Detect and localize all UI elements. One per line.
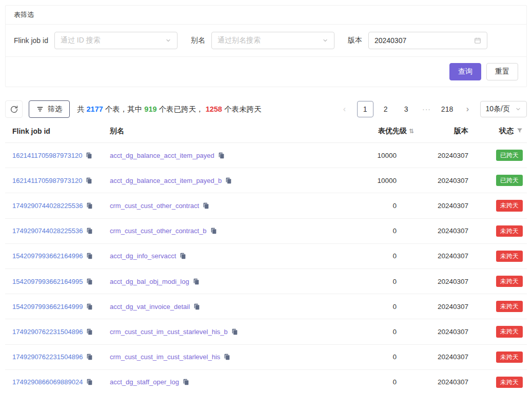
alias-link[interactable]: acct_dg_balance_acct_item_payed — [110, 152, 214, 159]
copy-icon[interactable] — [86, 328, 93, 335]
page-1[interactable]: 1 — [357, 101, 373, 117]
table-row: 1542097993662164995 acct_dg_bal_obj_modi… — [5, 268, 527, 294]
column-filter-icon[interactable] — [517, 128, 523, 134]
refresh-button[interactable] — [5, 100, 23, 118]
alias-cell: crm_cust_cust_im_cust_starlevel_his_b — [106, 319, 357, 344]
status-badge: 未跨天 — [496, 377, 523, 388]
alias-link[interactable]: crm_cust_cust_im_cust_starlevel_his — [110, 353, 220, 361]
alias-link[interactable]: acct_dg_balance_acct_item_payed_b — [110, 177, 222, 184]
version-cell: 20240307 — [418, 369, 472, 393]
table-row: 1621411705987973120 acct_dg_balance_acct… — [5, 168, 527, 193]
copy-icon[interactable] — [225, 177, 232, 184]
version-cell: 20240307 — [418, 143, 472, 168]
alias-label: 别名 — [191, 36, 205, 45]
copy-icon[interactable] — [86, 379, 93, 385]
job-id-cell: 1542097993662164995 — [5, 268, 106, 294]
job-id-link[interactable]: 1749290744028225536 — [12, 227, 83, 235]
alias-link[interactable]: acct_dg_staff_oper_log — [110, 378, 179, 386]
next-page-button[interactable]: › — [460, 101, 476, 117]
copy-icon[interactable] — [203, 202, 209, 209]
copy-icon[interactable] — [231, 328, 238, 335]
table-row: 1749290762231504896 crm_cust_cust_im_cus… — [5, 344, 527, 369]
alias-link[interactable]: crm_cust_cust_im_cust_starlevel_his_b — [110, 328, 228, 336]
priority-cell: 0 — [357, 319, 418, 344]
calendar-icon — [474, 37, 481, 44]
prev-page-button[interactable]: ‹ — [337, 101, 353, 117]
copy-icon[interactable] — [86, 152, 92, 159]
copy-icon[interactable] — [86, 177, 92, 184]
table-row: 1542097993662164996 acct_dg_info_servacc… — [5, 243, 527, 268]
version-cell: 20240307 — [418, 218, 472, 243]
copy-icon[interactable] — [86, 303, 93, 310]
copy-icon[interactable] — [86, 354, 93, 360]
copy-icon[interactable] — [183, 379, 189, 385]
version-label: 版本 — [348, 36, 362, 45]
page-ellipsis[interactable]: ··· — [419, 101, 435, 117]
filter-toggle-button[interactable]: 筛选 — [29, 100, 70, 118]
crossed-count: 919 — [144, 105, 156, 113]
alias-cell: acct_dg_bal_obj_modi_log — [106, 268, 357, 294]
alias-link[interactable]: acct_dg_info_servacct — [110, 252, 176, 260]
job-id-link[interactable]: 1542097993662164999 — [12, 303, 83, 311]
table-header-row: Flink job id 别名 表优先级⇅ 版本 状态 — [5, 120, 527, 143]
copy-icon[interactable] — [224, 354, 230, 360]
filter-card-title: 表筛选 — [14, 11, 34, 18]
reset-button[interactable]: 重置 — [486, 63, 518, 80]
alias-link[interactable]: acct_dg_vat_invoice_detail — [110, 303, 190, 311]
alias-link[interactable]: crm_cust_cust_other_contract — [110, 202, 199, 210]
status-cell: 未跨天 — [472, 319, 527, 344]
uncrossed-count: 1258 — [206, 105, 222, 113]
copy-icon[interactable] — [86, 278, 93, 285]
copy-icon[interactable] — [193, 278, 200, 285]
copy-icon[interactable] — [218, 152, 225, 159]
job-id-link[interactable]: 1749290762231504896 — [12, 328, 83, 336]
version-date-input[interactable]: 20240307 — [368, 32, 487, 49]
job-id-link[interactable]: 1542097993662164996 — [12, 252, 83, 260]
copy-icon[interactable] — [210, 227, 217, 234]
page-2[interactable]: 2 — [378, 101, 394, 117]
col-header-priority[interactable]: 表优先级⇅ — [357, 120, 418, 143]
status-badge: 未跨天 — [496, 326, 523, 337]
col-header-version: 版本 — [418, 120, 472, 143]
status-cell: 已跨天 — [472, 168, 527, 193]
sort-icon[interactable]: ⇅ — [409, 128, 414, 135]
copy-icon[interactable] — [86, 227, 93, 234]
version-cell: 20240307 — [418, 344, 472, 369]
filter-card-body: Flink job id 通过 ID 搜索 别名 通过别名搜索 — [6, 25, 526, 56]
job-id-link[interactable]: 1621411705987973120 — [12, 177, 82, 184]
alias-link[interactable]: crm_cust_cust_other_contract_b — [110, 227, 207, 235]
job-id-cell: 1749290762231504896 — [5, 319, 106, 344]
page-size-select[interactable]: 10条/页 — [480, 101, 527, 117]
alias-cell: acct_dg_info_servacct — [106, 243, 357, 268]
status-cell: 未跨天 — [472, 218, 527, 243]
copy-icon[interactable] — [86, 202, 93, 209]
copy-icon[interactable] — [180, 253, 186, 259]
page-3[interactable]: 3 — [398, 101, 415, 117]
version-cell: 20240307 — [418, 319, 472, 344]
filter-card-footer: 查询 重置 — [6, 56, 526, 87]
filter-card-header: 表筛选 — [6, 6, 526, 25]
total-count: 2177 — [87, 105, 103, 113]
job-id-link[interactable]: 1542097993662164995 — [12, 278, 83, 285]
page: 表筛选 Flink job id 通过 ID 搜索 别名 通过别名搜索 — [0, 0, 532, 393]
job-id-link[interactable]: 1749290866069889024 — [12, 378, 83, 386]
job-id-link[interactable]: 1621411705987973120 — [12, 152, 82, 159]
job-id-cell: 1542097993662164999 — [5, 294, 106, 319]
alias-select[interactable]: 通过别名搜索 — [211, 32, 334, 49]
copy-icon[interactable] — [86, 253, 93, 259]
version-cell: 20240307 — [418, 168, 472, 193]
flink-job-id-select[interactable]: 通过 ID 搜索 — [54, 32, 178, 49]
job-id-cell: 1621411705987973120 — [5, 143, 106, 168]
field-version: 版本 20240307 — [348, 32, 487, 49]
copy-icon[interactable] — [193, 303, 200, 310]
priority-cell: 0 — [357, 369, 418, 393]
page-218[interactable]: 218 — [439, 101, 456, 117]
query-button[interactable]: 查询 — [449, 63, 481, 80]
job-id-link[interactable]: 1749290744028225536 — [12, 202, 83, 210]
alias-link[interactable]: acct_dg_bal_obj_modi_log — [110, 278, 189, 285]
table-body: 1621411705987973120 acct_dg_balance_acct… — [5, 143, 527, 393]
table-row: 1621411705987973120 acct_dg_balance_acct… — [5, 143, 527, 168]
job-id-link[interactable]: 1749290762231504896 — [12, 353, 83, 361]
job-id-cell: 1749290866069889024 — [5, 369, 106, 393]
job-id-cell: 1749290744028225536 — [5, 193, 106, 218]
